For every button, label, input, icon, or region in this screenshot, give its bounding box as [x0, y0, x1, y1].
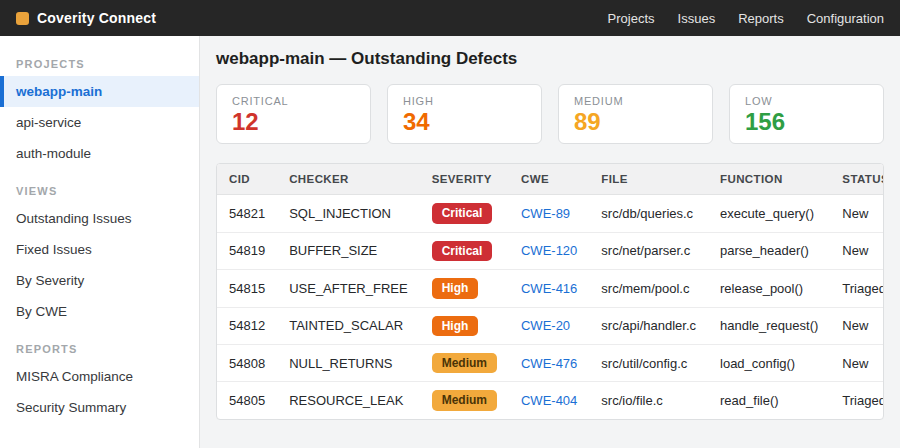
table-row[interactable]: 54819BUFFER_SIZECriticalCWE-120src/net/p… — [217, 232, 884, 269]
topnav-item-issues[interactable]: Issues — [678, 11, 716, 26]
stat-card-medium: MEDIUM89 — [558, 84, 713, 144]
sidebar-item-by-severity[interactable]: By Severity — [0, 265, 199, 296]
cell-severity: Critical — [420, 232, 509, 269]
stat-card-critical: CRITICAL12 — [216, 84, 371, 144]
main-content: webapp-main — Outstanding Defects CRITIC… — [200, 36, 900, 448]
cell-function: parse_header() — [708, 232, 830, 269]
cell-cid: 54808 — [217, 344, 277, 381]
stat-value: 156 — [745, 109, 868, 135]
defects-table-wrap: CIDCHECKERSEVERITYCWEFILEFUNCTIONSTATUS … — [216, 163, 884, 419]
stat-card-high: HIGH34 — [387, 84, 542, 144]
table-row[interactable]: 54815USE_AFTER_FREEHighCWE-416src/mem/po… — [217, 270, 884, 307]
cell-checker: SQL_INJECTION — [277, 195, 419, 232]
defects-table: CIDCHECKERSEVERITYCWEFILEFUNCTIONSTATUS … — [217, 164, 884, 418]
cell-cid: 54812 — [217, 307, 277, 344]
sidebar: PROJECTSwebapp-mainapi-serviceauth-modul… — [0, 36, 200, 448]
sidebar-item-auth-module[interactable]: auth-module — [0, 138, 199, 169]
table-row[interactable]: 54812TAINTED_SCALARHighCWE-20src/api/han… — [217, 307, 884, 344]
sidebar-section-title-projects: PROJECTS — [0, 50, 199, 76]
cell-cwe: CWE-120 — [509, 232, 589, 269]
cell-function: release_pool() — [708, 270, 830, 307]
cwe-link[interactable]: CWE-120 — [521, 243, 577, 258]
stat-label: LOW — [745, 95, 868, 107]
cell-cid: 54805 — [217, 382, 277, 419]
sidebar-item-api-service[interactable]: api-service — [0, 107, 199, 138]
topnav-item-configuration[interactable]: Configuration — [807, 11, 884, 26]
layout: PROJECTSwebapp-mainapi-serviceauth-modul… — [0, 36, 900, 448]
cell-checker: NULL_RETURNS — [277, 344, 419, 381]
page-title: webapp-main — Outstanding Defects — [216, 49, 884, 69]
stat-card-low: LOW156 — [729, 84, 884, 144]
defects-table-body: 54821SQL_INJECTIONCriticalCWE-89src/db/q… — [217, 195, 884, 419]
cell-function: read_file() — [708, 382, 830, 419]
cwe-link[interactable]: CWE-404 — [521, 393, 577, 408]
cell-file: src/io/file.c — [589, 382, 708, 419]
cwe-link[interactable]: CWE-416 — [521, 281, 577, 296]
sidebar-item-webapp-main[interactable]: webapp-main — [0, 76, 199, 107]
column-header-severity: SEVERITY — [420, 164, 509, 195]
cell-cid: 54819 — [217, 232, 277, 269]
cell-severity: High — [420, 307, 509, 344]
cell-cwe: CWE-404 — [509, 382, 589, 419]
table-row[interactable]: 54808NULL_RETURNSMediumCWE-476src/util/c… — [217, 344, 884, 381]
cell-file: src/mem/pool.c — [589, 270, 708, 307]
severity-badge: Critical — [432, 241, 493, 261]
column-header-cwe: CWE — [509, 164, 589, 195]
brand-logo-icon — [16, 12, 29, 25]
cell-severity: Medium — [420, 344, 509, 381]
sidebar-section-views: VIEWSOutstanding IssuesFixed IssuesBy Se… — [0, 177, 199, 327]
cell-checker: BUFFER_SIZE — [277, 232, 419, 269]
sidebar-item-outstanding-issues[interactable]: Outstanding Issues — [0, 203, 199, 234]
severity-badge: High — [432, 278, 479, 298]
defects-table-head: CIDCHECKERSEVERITYCWEFILEFUNCTIONSTATUS — [217, 164, 884, 195]
cell-cwe: CWE-89 — [509, 195, 589, 232]
table-row[interactable]: 54805RESOURCE_LEAKMediumCWE-404src/io/fi… — [217, 382, 884, 419]
stat-label: CRITICAL — [232, 95, 355, 107]
cell-cwe: CWE-476 — [509, 344, 589, 381]
stat-label: HIGH — [403, 95, 526, 107]
cell-file: src/util/config.c — [589, 344, 708, 381]
topnav-item-projects[interactable]: Projects — [608, 11, 655, 26]
column-header-status: STATUS — [830, 164, 884, 195]
cell-status: New — [830, 344, 884, 381]
sidebar-section-title-reports: REPORTS — [0, 335, 199, 361]
cell-severity: Critical — [420, 195, 509, 232]
cell-function: execute_query() — [708, 195, 830, 232]
sidebar-item-security-summary[interactable]: Security Summary — [0, 392, 199, 423]
stat-value: 89 — [574, 109, 697, 135]
cell-severity: Medium — [420, 382, 509, 419]
brand-name: Coverity Connect — [37, 10, 156, 26]
stat-cards: CRITICAL12HIGH34MEDIUM89LOW156 — [216, 84, 884, 144]
cell-function: handle_request() — [708, 307, 830, 344]
cell-status: Triaged — [830, 270, 884, 307]
column-header-function: FUNCTION — [708, 164, 830, 195]
cell-status: New — [830, 307, 884, 344]
sidebar-section-title-views: VIEWS — [0, 177, 199, 203]
table-row[interactable]: 54821SQL_INJECTIONCriticalCWE-89src/db/q… — [217, 195, 884, 232]
cell-file: src/net/parser.c — [589, 232, 708, 269]
column-header-file: FILE — [589, 164, 708, 195]
cwe-link[interactable]: CWE-20 — [521, 318, 570, 333]
cell-checker: USE_AFTER_FREE — [277, 270, 419, 307]
stat-label: MEDIUM — [574, 95, 697, 107]
topbar: Coverity Connect ProjectsIssuesReportsCo… — [0, 0, 900, 36]
topnav-item-reports[interactable]: Reports — [738, 11, 784, 26]
header-row: CIDCHECKERSEVERITYCWEFILEFUNCTIONSTATUS — [217, 164, 884, 195]
sidebar-item-fixed-issues[interactable]: Fixed Issues — [0, 234, 199, 265]
severity-badge: Critical — [432, 203, 493, 223]
cell-function: load_config() — [708, 344, 830, 381]
cwe-link[interactable]: CWE-89 — [521, 206, 570, 221]
cell-checker: RESOURCE_LEAK — [277, 382, 419, 419]
column-header-checker: CHECKER — [277, 164, 419, 195]
sidebar-item-misra-compliance[interactable]: MISRA Compliance — [0, 361, 199, 392]
cell-status: New — [830, 195, 884, 232]
cell-cwe: CWE-416 — [509, 270, 589, 307]
sidebar-section-reports: REPORTSMISRA ComplianceSecurity Summary — [0, 335, 199, 423]
cwe-link[interactable]: CWE-476 — [521, 356, 577, 371]
cell-status: New — [830, 232, 884, 269]
brand: Coverity Connect — [16, 10, 156, 26]
stat-value: 12 — [232, 109, 355, 135]
stat-value: 34 — [403, 109, 526, 135]
cell-file: src/db/queries.c — [589, 195, 708, 232]
sidebar-item-by-cwe[interactable]: By CWE — [0, 296, 199, 327]
